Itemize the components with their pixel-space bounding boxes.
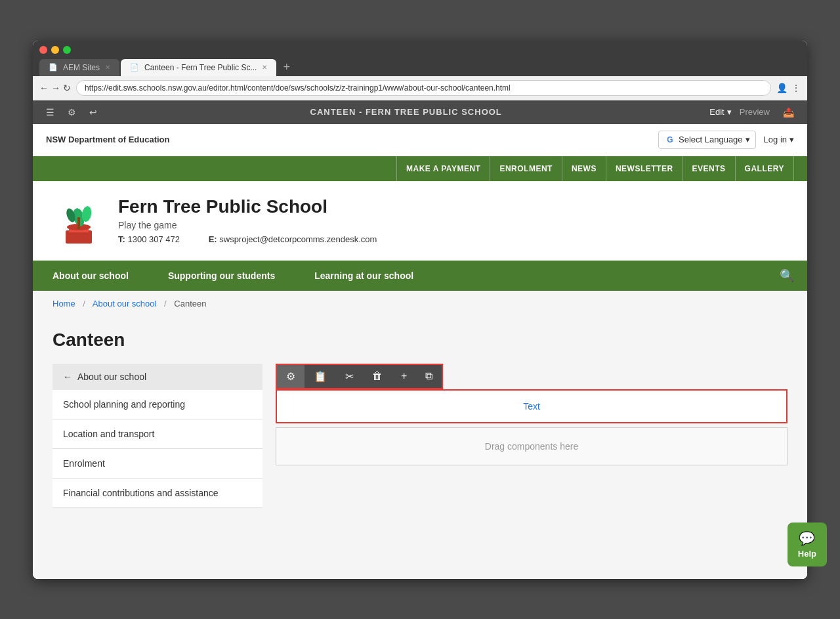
- address-input[interactable]: https://edit.sws.schools.nsw.gov.au/edit…: [76, 80, 771, 96]
- fullscreen-button[interactable]: ⧉: [416, 365, 442, 387]
- page-content: Canteen ← About our school School planni…: [33, 316, 807, 579]
- sidebar-back-button[interactable]: ← About our school: [52, 364, 262, 390]
- sidebar-item-planning[interactable]: School planning and reporting: [52, 390, 262, 419]
- drag-zone-label: Drag components here: [485, 441, 578, 452]
- nav-events[interactable]: EVENTS: [683, 156, 736, 181]
- help-button[interactable]: 💬 Help: [788, 523, 827, 566]
- text-component[interactable]: Text: [276, 389, 788, 423]
- sidebar-item-location[interactable]: Location and transport: [52, 419, 262, 449]
- nav-newsletter[interactable]: NEWSLETTER: [606, 156, 683, 181]
- menu-icon[interactable]: ⋮: [791, 83, 801, 93]
- new-tab-button[interactable]: +: [278, 59, 295, 76]
- select-language-label: Select Language: [679, 135, 743, 144]
- breadcrumb-current: Canteen: [174, 299, 206, 309]
- tab-close-canteen[interactable]: ✕: [262, 64, 267, 71]
- tab-label: AEM Sites: [63, 63, 100, 72]
- select-language-dropdown[interactable]: G Select Language ▾: [658, 131, 756, 149]
- sidebar-item-financial[interactable]: Financial contributions and assistance: [52, 479, 262, 508]
- main-navigation: About our school Supporting our students…: [33, 261, 807, 291]
- insert-button[interactable]: +: [392, 365, 416, 387]
- undo-button[interactable]: ↩: [84, 104, 102, 120]
- website-content: NSW Department of Education G Select Lan…: [33, 124, 807, 579]
- main-nav-about[interactable]: About our school: [33, 261, 148, 291]
- tab-canteen[interactable]: 📄 Canteen - Fern Tree Public Sc... ✕: [121, 59, 276, 76]
- main-area: ⚙ 📋 ✂ 🗑 + ⧉ Text Drag components here: [276, 364, 788, 508]
- traffic-light-yellow: [51, 46, 59, 54]
- back-button[interactable]: ←: [39, 83, 49, 93]
- tab-aem-sites[interactable]: 📄 AEM Sites ✕: [39, 59, 119, 76]
- breadcrumb-separator-1: /: [83, 299, 85, 309]
- cms-toolbar: ☰ ⚙ ↩ CANTEEN - FERN TREE PUBLIC SCHOOL …: [33, 100, 807, 124]
- google-icon: G: [664, 134, 676, 146]
- svg-rect-6: [77, 217, 80, 229]
- profile-icon[interactable]: 👤: [776, 83, 788, 93]
- sidebar-back-label: About our school: [77, 372, 146, 382]
- tab-close-aem[interactable]: ✕: [105, 64, 110, 71]
- edit-button[interactable]: Edit ▾: [709, 107, 731, 117]
- refresh-button[interactable]: ↻: [63, 83, 71, 93]
- search-icon[interactable]: 🔍: [766, 261, 807, 291]
- top-bar: NSW Department of Education G Select Lan…: [33, 124, 807, 156]
- drag-drop-zone[interactable]: Drag components here: [276, 427, 788, 465]
- copy-button[interactable]: 📋: [304, 365, 336, 388]
- help-icon: 💬: [799, 530, 815, 546]
- traffic-light-green: [63, 46, 71, 54]
- school-phone: T: 1300 307 472: [118, 234, 196, 244]
- nav-make-payment[interactable]: MAKE A PAYMENT: [396, 156, 490, 181]
- breadcrumb-separator-2: /: [164, 299, 167, 309]
- breadcrumb-home[interactable]: Home: [52, 299, 75, 309]
- school-tagline: Play the game: [118, 220, 403, 230]
- edit-chevron-icon: ▾: [727, 107, 732, 117]
- school-email: E: swsproject@detcorpcomms.zendesk.com: [209, 234, 390, 244]
- cms-page-title: CANTEEN - FERN TREE PUBLIC SCHOOL: [310, 107, 502, 117]
- school-logo: [52, 194, 105, 247]
- school-header: Fern Tree Public School Play the game T:…: [33, 181, 807, 261]
- delete-button[interactable]: 🗑: [363, 365, 392, 387]
- login-button[interactable]: Log in ▾: [764, 135, 794, 144]
- component-toolbar: ⚙ 📋 ✂ 🗑 + ⧉: [276, 364, 443, 389]
- main-nav-learning[interactable]: Learning at our school: [295, 261, 433, 291]
- sidebar: ← About our school School planning and r…: [52, 364, 262, 508]
- preview-button[interactable]: Preview: [740, 107, 770, 117]
- forward-button[interactable]: →: [51, 83, 60, 93]
- traffic-light-red: [39, 46, 47, 54]
- login-chevron-icon: ▾: [789, 135, 794, 144]
- breadcrumb: Home / About our school / Canteen: [33, 291, 807, 316]
- tab-label-active: Canteen - Fern Tree Public Sc...: [144, 63, 257, 72]
- back-arrow-icon: ←: [63, 372, 72, 382]
- address-bar: ← → ↻ https://edit.sws.schools.nsw.gov.a…: [33, 76, 807, 100]
- nav-gallery[interactable]: GALLERY: [736, 156, 794, 181]
- main-nav-supporting[interactable]: Supporting our students: [148, 261, 295, 291]
- configure-button[interactable]: ⚙: [277, 365, 304, 388]
- settings-button[interactable]: ⚙: [62, 104, 81, 120]
- nav-news[interactable]: NEWS: [562, 156, 606, 181]
- sidebar-toggle-button[interactable]: ☰: [41, 104, 60, 120]
- edit-label: Edit: [709, 107, 724, 117]
- cut-button[interactable]: ✂: [336, 365, 363, 388]
- tab-icon: 📄: [49, 63, 58, 72]
- text-component-label: Text: [523, 401, 540, 412]
- lang-chevron-icon: ▾: [746, 135, 750, 144]
- page-title: Canteen: [52, 330, 788, 351]
- nav-enrolment[interactable]: ENROLMENT: [490, 156, 562, 181]
- tab-icon-2: 📄: [130, 63, 139, 72]
- school-name: Fern Tree Public School: [118, 196, 403, 217]
- dept-name: NSW Department of Education: [46, 135, 170, 144]
- help-label: Help: [798, 549, 816, 559]
- breadcrumb-about[interactable]: About our school: [93, 299, 157, 309]
- top-navigation-bar: MAKE A PAYMENT ENROLMENT NEWS NEWSLETTER…: [33, 156, 807, 181]
- sidebar-item-enrolment[interactable]: Enrolment: [52, 449, 262, 479]
- login-label: Log in: [764, 135, 787, 144]
- publish-icon[interactable]: 📤: [778, 104, 799, 120]
